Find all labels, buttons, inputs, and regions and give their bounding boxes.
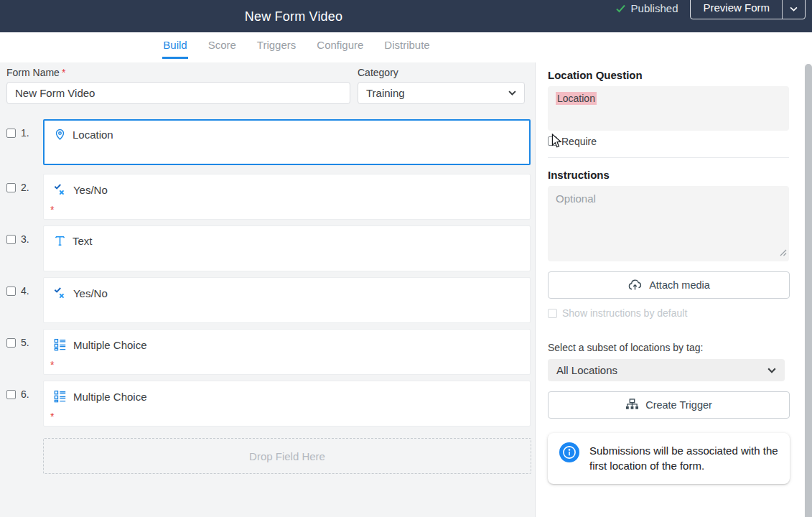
drop-field-label: Drop Field Here xyxy=(249,450,325,462)
show-instructions-label: Show instructions by default xyxy=(562,307,687,319)
field-label: Location xyxy=(73,129,113,141)
field-label: Multiple Choice xyxy=(73,391,147,403)
yes-no-icon xyxy=(54,183,67,196)
panel-scrollbar xyxy=(804,63,812,517)
chevron-down-icon xyxy=(508,90,516,96)
published-check-icon xyxy=(615,4,626,13)
field-label: Yes/No xyxy=(73,287,108,299)
location-tag-select[interactable]: All Locations xyxy=(548,359,785,381)
field-card-multiple-choice[interactable]: Multiple Choice * xyxy=(43,381,531,427)
require-checkbox[interactable] xyxy=(548,136,557,146)
category-label: Category xyxy=(358,67,525,78)
field-row-3: 3. Text xyxy=(6,225,531,271)
form-name-field: Form Name* xyxy=(6,67,350,104)
field-checkbox[interactable] xyxy=(6,390,16,399)
form-tabbar: Build Score Triggers Configure Distribut… xyxy=(0,32,593,62)
instructions-textarea[interactable] xyxy=(548,186,789,261)
question-text-selected: Location xyxy=(556,92,597,105)
tab-triggers[interactable]: Triggers xyxy=(256,32,297,59)
required-asterisk: * xyxy=(50,359,54,371)
panel-scrollbar-thumb[interactable] xyxy=(805,64,812,517)
field-row-4: 4. Yes/No xyxy=(6,277,531,323)
form-name-label: Form Name* xyxy=(6,67,350,78)
form-builder-app: New Form Video Published Preview Form Bu… xyxy=(0,0,812,517)
field-number: 1. xyxy=(21,127,35,139)
question-settings-panel: Location Question Location Require Instr… xyxy=(536,62,812,517)
required-asterisk: * xyxy=(62,67,65,78)
field-checkbox[interactable] xyxy=(6,287,16,296)
published-status-label: Published xyxy=(631,2,678,14)
field-card-location[interactable]: Location xyxy=(43,119,531,165)
category-select[interactable]: Training xyxy=(358,82,525,104)
field-number: 6. xyxy=(21,388,35,400)
field-card-yes-no[interactable]: Yes/No * xyxy=(43,174,531,220)
instructions-title: Instructions xyxy=(548,169,790,181)
trigger-sitemap-icon xyxy=(625,399,639,411)
show-instructions-checkbox[interactable] xyxy=(548,309,557,318)
attach-media-button[interactable]: Attach media xyxy=(548,271,790,299)
field-row-1: 1. Location xyxy=(6,119,531,165)
info-icon xyxy=(559,442,579,462)
tab-build[interactable]: Build xyxy=(162,32,187,59)
chevron-down-icon xyxy=(767,368,776,373)
field-checkbox[interactable] xyxy=(6,235,16,244)
field-card-multiple-choice[interactable]: Multiple Choice * xyxy=(43,329,531,375)
field-label: Multiple Choice xyxy=(73,339,147,351)
field-card-text[interactable]: Text xyxy=(43,225,531,271)
yes-no-icon xyxy=(54,287,67,299)
required-asterisk: * xyxy=(50,204,54,215)
location-tag-select-value: All Locations xyxy=(556,364,617,376)
field-checkbox[interactable] xyxy=(6,183,16,192)
multiple-choice-icon xyxy=(54,390,67,403)
app-header: New Form Video Published Preview Form xyxy=(0,0,812,32)
field-label: Yes/No xyxy=(73,184,108,196)
field-number: 3. xyxy=(21,233,35,245)
field-number: 4. xyxy=(21,285,35,297)
multiple-choice-icon xyxy=(54,338,67,351)
create-trigger-label: Create Trigger xyxy=(645,399,712,411)
published-status: Published xyxy=(615,2,678,14)
field-list: 1. Location 2. Yes/No * xyxy=(6,119,531,427)
required-asterisk: * xyxy=(50,411,54,422)
info-card: Submissions will be associated with the … xyxy=(548,433,790,484)
form-name-input[interactable] xyxy=(6,82,350,104)
field-checkbox[interactable] xyxy=(6,129,16,138)
require-row: Require xyxy=(548,135,790,147)
form-name-label-text: Form Name xyxy=(6,67,60,78)
tab-configure[interactable]: Configure xyxy=(316,32,364,59)
create-trigger-button[interactable]: Create Trigger xyxy=(548,391,790,419)
question-text-box[interactable]: Location xyxy=(548,86,789,131)
preview-form-button-group: Preview Form xyxy=(690,0,806,19)
field-label: Text xyxy=(73,235,93,247)
chevron-down-icon xyxy=(790,6,798,11)
field-row-6: 6. Multiple Choice * xyxy=(6,381,531,427)
text-icon xyxy=(54,235,66,247)
attach-media-label: Attach media xyxy=(649,279,710,291)
instructions-field-wrap xyxy=(548,186,789,261)
panel-divider xyxy=(548,157,789,158)
panel-title: Location Question xyxy=(548,69,790,81)
resize-handle-icon[interactable] xyxy=(780,246,787,259)
field-card-yes-no[interactable]: Yes/No xyxy=(43,277,531,323)
info-card-text: Submissions will be associated with the … xyxy=(589,442,778,473)
header-actions: Published Preview Form xyxy=(615,0,806,32)
category-field: Category Training xyxy=(358,67,525,104)
location-tag-label: Select a subset of locations by tag: xyxy=(548,342,790,353)
require-label: Require xyxy=(561,136,597,147)
tab-score[interactable]: Score xyxy=(207,32,237,59)
field-row-2: 2. Yes/No * xyxy=(6,174,531,220)
location-pin-icon xyxy=(54,129,66,141)
preview-form-dropdown-button[interactable] xyxy=(782,0,805,19)
form-build-area: Form Name* Category Training 1. xyxy=(0,62,536,517)
field-row-5: 5. Multiple Choice * xyxy=(6,329,531,375)
field-number: 2. xyxy=(21,182,35,193)
field-checkbox[interactable] xyxy=(6,338,16,348)
preview-form-button[interactable]: Preview Form xyxy=(691,0,782,19)
cloud-upload-icon xyxy=(627,279,643,292)
form-meta-row: Form Name* Category Training xyxy=(6,67,531,104)
category-select-value: Training xyxy=(366,87,405,99)
page-title: New Form Video xyxy=(245,9,343,24)
drop-field-zone[interactable]: Drop Field Here xyxy=(43,438,531,474)
field-number: 5. xyxy=(21,337,35,348)
tab-distribute[interactable]: Distribute xyxy=(383,32,430,59)
